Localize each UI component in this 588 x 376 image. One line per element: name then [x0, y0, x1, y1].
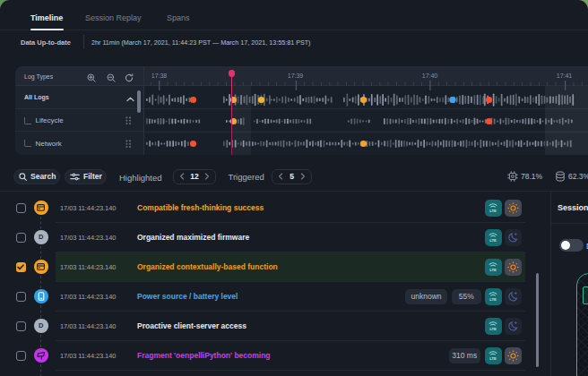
svg-text:LTE: LTE: [489, 238, 497, 243]
svg-text:LTE: LTE: [489, 209, 497, 213]
svg-text:LTE: LTE: [489, 356, 497, 361]
svg-text:LTE: LTE: [489, 268, 497, 272]
svg-text:LTE: LTE: [489, 297, 497, 302]
svg-text:LTE: LTE: [489, 327, 497, 331]
